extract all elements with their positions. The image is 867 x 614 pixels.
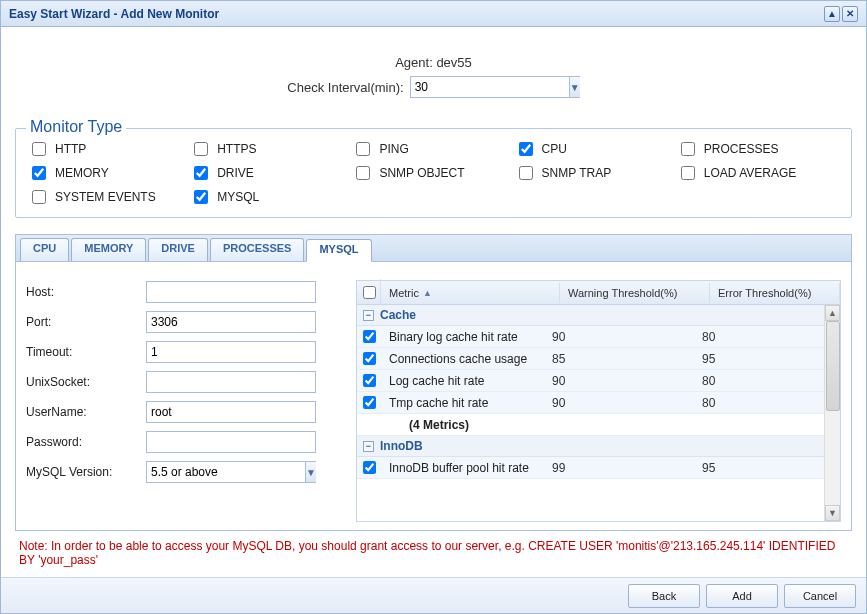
timeout-input[interactable] (146, 341, 316, 363)
metrics-grid: Metric ▲ Warning Threshold(%) Error Thre… (356, 280, 841, 522)
monitor-type-checkbox[interactable] (32, 190, 46, 204)
metric-error: 95 (694, 349, 824, 369)
add-button[interactable]: Add (706, 584, 778, 608)
version-combo[interactable]: ▼ (146, 461, 316, 483)
port-input[interactable] (146, 311, 316, 333)
tab-cpu[interactable]: CPU (20, 238, 69, 261)
header-error[interactable]: Error Threshold(%) (710, 283, 840, 303)
group-name: Cache (380, 308, 416, 322)
scroll-down-icon[interactable]: ▼ (825, 505, 840, 521)
metric-row[interactable]: Connections cache usage8595 (357, 348, 824, 370)
version-dropdown-button[interactable]: ▼ (305, 462, 316, 482)
monitor-type-label: SNMP OBJECT (379, 166, 464, 180)
monitor-type-label: HTTPS (217, 142, 256, 156)
monitor-type-grid: HTTPHTTPSPINGCPUPROCESSESMEMORYDRIVESNMP… (28, 139, 839, 207)
monitor-type-snmp-trap[interactable]: SNMP TRAP (515, 163, 677, 183)
monitor-type-checkbox[interactable] (356, 166, 370, 180)
host-input[interactable] (146, 281, 316, 303)
metric-error: 80 (694, 327, 824, 347)
grid-header: Metric ▲ Warning Threshold(%) Error Thre… (357, 281, 840, 305)
close-button[interactable]: ✕ (842, 6, 858, 22)
select-all-checkbox[interactable] (363, 286, 376, 299)
unixsocket-label: UnixSocket: (26, 375, 146, 389)
monitor-type-checkbox[interactable] (32, 166, 46, 180)
tab-processes[interactable]: PROCESSES (210, 238, 304, 261)
metric-error: 95 (694, 458, 824, 478)
metric-error: 80 (694, 393, 824, 413)
monitor-type-checkbox[interactable] (519, 166, 533, 180)
group-row-cache[interactable]: −Cache (357, 305, 824, 326)
interval-dropdown-button[interactable]: ▼ (569, 77, 580, 97)
metric-warning: 85 (544, 349, 694, 369)
monitor-type-label: PROCESSES (704, 142, 779, 156)
monitor-type-cpu[interactable]: CPU (515, 139, 677, 159)
metric-checkbox[interactable] (363, 461, 376, 474)
mysql-form: Host: Port: Timeout: UnixSocket: UserNam… (26, 280, 336, 522)
monitor-type-checkbox[interactable] (356, 142, 370, 156)
metric-checkbox[interactable] (363, 396, 376, 409)
unixsocket-input[interactable] (146, 371, 316, 393)
group-collapse-icon[interactable]: − (363, 441, 374, 452)
monitor-type-snmp-object[interactable]: SNMP OBJECT (352, 163, 514, 183)
monitor-type-legend: Monitor Type (26, 118, 126, 136)
grid-scrollbar[interactable]: ▲ ▼ (824, 305, 840, 521)
monitor-type-https[interactable]: HTTPS (190, 139, 352, 159)
metric-row[interactable]: Binary log cache hit rate9080 (357, 326, 824, 348)
password-row: Password: (26, 430, 336, 454)
port-label: Port: (26, 315, 146, 329)
monitor-type-memory[interactable]: MEMORY (28, 163, 190, 183)
group-row-innodb[interactable]: −InnoDB (357, 436, 824, 457)
monitor-type-http[interactable]: HTTP (28, 139, 190, 159)
tabstrip: CPUMEMORYDRIVEPROCESSESMYSQL (15, 234, 852, 261)
header-warning[interactable]: Warning Threshold(%) (560, 283, 710, 303)
metric-row[interactable]: Tmp cache hit rate9080 (357, 392, 824, 414)
interval-input[interactable] (411, 77, 569, 97)
metric-name: Binary log cache hit rate (381, 327, 544, 347)
monitor-type-processes[interactable]: PROCESSES (677, 139, 839, 159)
metric-checkbox[interactable] (363, 374, 376, 387)
metric-row[interactable]: Log cache hit rate9080 (357, 370, 824, 392)
metric-name: InnoDB buffer pool hit rate (381, 458, 544, 478)
metric-row[interactable]: InnoDB buffer pool hit rate9995 (357, 457, 824, 479)
scroll-up-icon[interactable]: ▲ (825, 305, 840, 321)
monitor-type-checkbox[interactable] (194, 142, 208, 156)
timeout-label: Timeout: (26, 345, 146, 359)
monitor-type-checkbox[interactable] (681, 142, 695, 156)
tab-memory[interactable]: MEMORY (71, 238, 146, 261)
collapse-button[interactable]: ▲ (824, 6, 840, 22)
header-metric-label: Metric (389, 287, 419, 299)
username-label: UserName: (26, 405, 146, 419)
group-name: InnoDB (380, 439, 423, 453)
tab-drive[interactable]: DRIVE (148, 238, 208, 261)
password-input[interactable] (146, 431, 316, 453)
monitor-type-drive[interactable]: DRIVE (190, 163, 352, 183)
header-checkbox-cell (357, 279, 381, 306)
monitor-type-label: CPU (542, 142, 567, 156)
monitor-type-system-events[interactable]: SYSTEM EVENTS (28, 187, 190, 207)
metric-checkbox[interactable] (363, 330, 376, 343)
metric-name: Log cache hit rate (381, 371, 544, 391)
unixsocket-row: UnixSocket: (26, 370, 336, 394)
metric-name: Tmp cache hit rate (381, 393, 544, 413)
monitor-type-mysql[interactable]: MYSQL (190, 187, 352, 207)
monitor-type-checkbox[interactable] (194, 190, 208, 204)
monitor-type-load-average[interactable]: LOAD AVERAGE (677, 163, 839, 183)
header-metric[interactable]: Metric ▲ (381, 283, 560, 303)
monitor-type-checkbox[interactable] (681, 166, 695, 180)
tab-mysql[interactable]: MYSQL (306, 239, 371, 262)
interval-combo[interactable]: ▼ (410, 76, 580, 98)
username-input[interactable] (146, 401, 316, 423)
monitor-type-ping[interactable]: PING (352, 139, 514, 159)
metric-checkbox[interactable] (363, 352, 376, 365)
monitor-type-checkbox[interactable] (519, 142, 533, 156)
grid-body: −CacheBinary log cache hit rate9080Conne… (357, 305, 840, 521)
back-button[interactable]: Back (628, 584, 700, 608)
scroll-thumb[interactable] (826, 321, 840, 411)
username-row: UserName: (26, 400, 336, 424)
monitor-type-checkbox[interactable] (32, 142, 46, 156)
metric-error: 80 (694, 371, 824, 391)
monitor-type-checkbox[interactable] (194, 166, 208, 180)
cancel-button[interactable]: Cancel (784, 584, 856, 608)
version-input[interactable] (147, 462, 305, 482)
group-collapse-icon[interactable]: − (363, 310, 374, 321)
